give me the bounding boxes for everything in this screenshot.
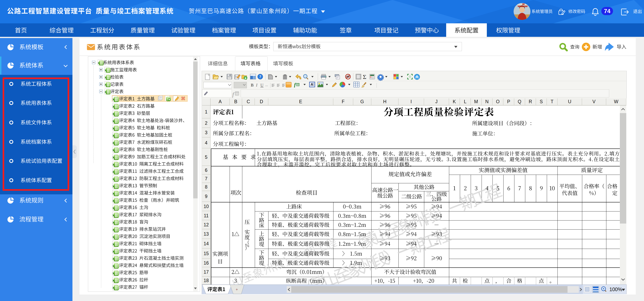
svg-text:f: f: [294, 82, 296, 88]
svg-text:A: A: [310, 82, 313, 86]
svg-text:B: B: [251, 83, 254, 88]
svg-text:f: f: [232, 91, 235, 98]
svg-text:...: ...: [265, 83, 268, 87]
svg-text:?: ?: [259, 74, 261, 79]
svg-text:Σ: Σ: [363, 74, 366, 80]
svg-text:I: I: [256, 83, 258, 88]
svg-text:U: U: [260, 83, 264, 88]
svg-text:+: +: [236, 287, 238, 292]
